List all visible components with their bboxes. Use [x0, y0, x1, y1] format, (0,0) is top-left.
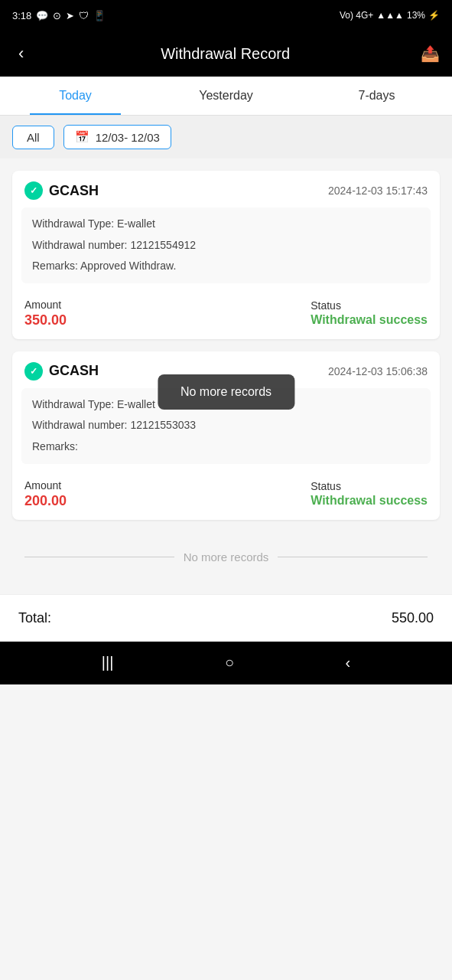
status-section-2: Status Withdrawal success — [311, 480, 428, 508]
date-range-label: 12/03- 12/03 — [96, 131, 160, 144]
gcash-icon-1: ✓ — [24, 181, 43, 200]
all-filter-button[interactable]: All — [12, 126, 54, 149]
battery-icon: ⚡ — [428, 10, 440, 21]
android-nav-bar: ||| ○ ‹ — [0, 642, 452, 684]
record-brand-1: ✓ GCASH — [24, 181, 99, 200]
remarks-row-1: Remarks: Approved Withdraw. — [32, 259, 420, 274]
location-icon: ➤ — [66, 10, 74, 21]
message-icon: 💬 — [36, 10, 48, 21]
calendar-icon: 📅 — [75, 130, 89, 144]
status-bar-left: 3:18 💬 ⊙ ➤ 🛡 📱 — [12, 10, 106, 21]
no-more-records-divider: No more records — [12, 532, 440, 582]
network-label: Vo) 4G+ — [340, 10, 373, 21]
status-value-2: Withdrawal success — [311, 494, 428, 508]
record-timestamp-1: 2024-12-03 15:17:43 — [328, 185, 428, 197]
amount-value-2: 200.00 — [24, 493, 67, 509]
amount-section-2: Amount 200.00 — [24, 479, 67, 509]
record-footer-1: Amount 350.00 Status Withdrawal success — [12, 292, 440, 339]
messenger-icon: ⊙ — [53, 10, 61, 21]
total-bar: Total: 550.00 — [0, 594, 452, 642]
battery-label: 13% — [407, 10, 425, 21]
date-range-button[interactable]: 📅 12/03- 12/03 — [63, 125, 171, 149]
tab-today[interactable]: Today — [0, 77, 151, 115]
total-label: Total: — [18, 610, 51, 626]
nav-recents-icon[interactable]: ||| — [102, 654, 114, 671]
status-bar: 3:18 💬 ⊙ ➤ 🛡 📱 Vo) 4G+ ▲▲▲ 13% ⚡ — [0, 0, 452, 31]
withdrawal-number-row-2: Withdrawal number: 12121553033 — [32, 418, 420, 433]
withdrawal-number-row-1: Withdrawal number: 12121554912 — [32, 238, 420, 253]
back-button[interactable]: ‹ — [12, 38, 30, 70]
tabs-container: Today Yesterday 7-days — [0, 77, 452, 116]
filter-bar: All 📅 12/03- 12/03 — [0, 116, 452, 158]
header: ‹ Withdrawal Record 📤 — [0, 31, 452, 77]
record-card-1: ✓ GCASH 2024-12-03 15:17:43 Withdrawal T… — [12, 171, 440, 339]
status-bar-right: Vo) 4G+ ▲▲▲ 13% ⚡ — [340, 10, 440, 21]
signal-icon: ▲▲▲ — [376, 10, 404, 21]
status-value-1: Withdrawal success — [311, 313, 428, 327]
total-value: 550.00 — [392, 610, 434, 626]
record-brand-2: ✓ GCASH — [24, 362, 99, 381]
no-more-records-text: No more records — [184, 550, 269, 564]
tab-yesterday[interactable]: Yesterday — [151, 77, 301, 115]
amount-section-1: Amount 350.00 — [24, 299, 67, 328]
shield-icon: 🛡 — [79, 10, 89, 21]
status-time: 3:18 — [12, 10, 31, 21]
nav-home-icon[interactable]: ○ — [225, 654, 234, 671]
content-area: ✓ GCASH 2024-12-03 15:17:43 Withdrawal T… — [0, 158, 452, 594]
page-title: Withdrawal Record — [161, 45, 290, 63]
nav-back-icon[interactable]: ‹ — [346, 654, 351, 671]
remarks-row-2: Remarks: — [32, 439, 420, 455]
upload-report-icon[interactable]: 📤 — [421, 44, 440, 63]
status-section-1: Status Withdrawal success — [311, 299, 428, 327]
tab-7days[interactable]: 7-days — [301, 77, 452, 115]
phone-icon: 📱 — [93, 10, 106, 21]
record-timestamp-2: 2024-12-03 15:06:38 — [328, 365, 428, 377]
record-footer-2: Amount 200.00 Status Withdrawal success — [12, 473, 440, 520]
withdrawal-type-row-1: Withdrawal Type: E-wallet — [32, 217, 420, 232]
record-details-1: Withdrawal Type: E-wallet Withdrawal num… — [21, 207, 431, 283]
divider-line-right — [278, 557, 428, 557]
divider-line-left — [24, 557, 174, 557]
no-more-records-tooltip: No more records — [158, 374, 294, 410]
gcash-icon-2: ✓ — [24, 362, 43, 381]
amount-value-1: 350.00 — [24, 312, 67, 328]
record-header-1: ✓ GCASH 2024-12-03 15:17:43 — [12, 171, 440, 207]
